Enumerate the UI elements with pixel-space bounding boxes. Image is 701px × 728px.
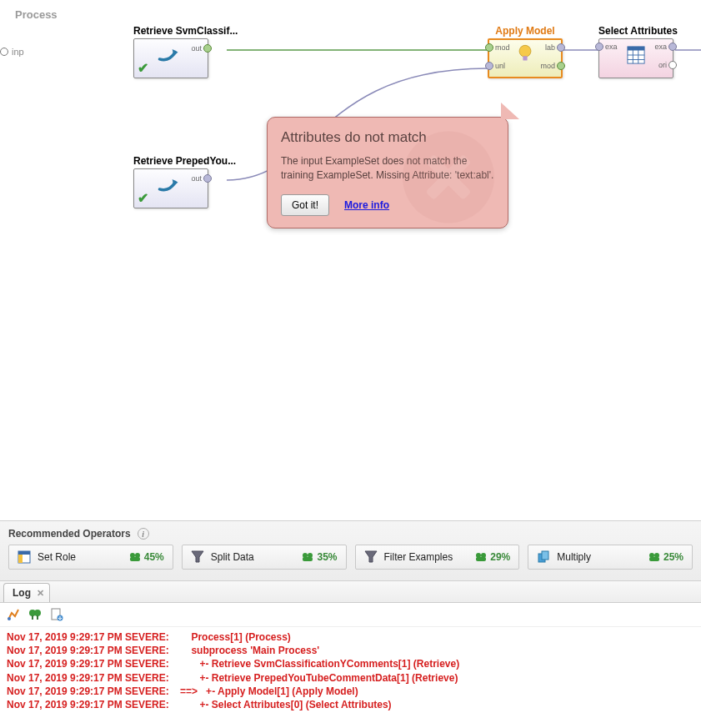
log-line: Nov 17, 2019 9:29:17 PM SEVERE: ==> +- A…	[7, 685, 694, 698]
svg-rect-19	[476, 557, 486, 561]
port-exa-out[interactable]: exa	[653, 43, 677, 51]
log-toolbar	[0, 603, 701, 627]
port-mod-out[interactable]: mod	[538, 62, 565, 70]
port-out[interactable]: out	[189, 44, 212, 53]
community-icon	[475, 552, 487, 562]
process-input-port[interactable]: inp	[0, 47, 24, 57]
svg-rect-1	[523, 56, 527, 60]
rec-label: Set Role	[38, 551, 76, 563]
operator-apply-model[interactable]: Apply Model mod unl lab mod	[488, 25, 563, 78]
operator-body[interactable]: mod unl lab mod	[488, 38, 563, 78]
port-unl-in[interactable]: unl	[485, 62, 507, 70]
community-icon	[302, 552, 313, 562]
operator-title: Apply Model	[488, 25, 563, 37]
error-popup: Attributes do not match The input Exampl…	[267, 117, 508, 228]
rec-pct: 29%	[490, 551, 510, 563]
save-log-icon[interactable]	[50, 608, 63, 621]
log-line: Nov 17, 2019 9:29:17 PM SEVERE: Process[…	[7, 630, 694, 644]
filter-icon	[364, 550, 378, 564]
operator-body[interactable]: ✔ out	[133, 168, 208, 208]
svg-rect-21	[542, 551, 548, 560]
rec-label: Filter Examples	[384, 551, 453, 563]
bulb-icon	[516, 44, 534, 68]
rec-pct: 45%	[144, 551, 164, 563]
log-entries: Nov 17, 2019 9:29:17 PM SEVERE: Process[…	[0, 627, 701, 718]
rec-label: Split Data	[211, 551, 254, 563]
table-icon	[627, 46, 645, 67]
retrieve-icon	[157, 45, 185, 68]
operator-body[interactable]: exa exa ori	[598, 38, 673, 78]
log-tab[interactable]: Log ✕	[3, 583, 50, 602]
log-line: Nov 17, 2019 9:29:17 PM SEVERE: +- Retri…	[7, 671, 694, 685]
port-ori-out[interactable]: ori	[657, 61, 677, 69]
recommended-set-role[interactable]: Set Role 45%	[8, 545, 173, 570]
rec-pct: 35%	[317, 551, 337, 563]
operator-title: Retrieve PrepedYou...	[133, 155, 236, 167]
svg-point-25	[8, 617, 11, 620]
recommended-panel: Recommended Operators i Set Role 45% Spl…	[0, 520, 701, 580]
search-log-icon[interactable]	[28, 608, 42, 621]
svg-rect-24	[649, 557, 659, 561]
retrieve-icon	[157, 175, 185, 198]
recommended-filter-examples[interactable]: Filter Examples 29%	[355, 545, 520, 570]
log-line: Nov 17, 2019 9:29:17 PM SEVERE: +- Retri…	[7, 657, 694, 670]
status-ok-icon: ✔	[138, 60, 148, 76]
svg-rect-28	[32, 615, 33, 620]
info-icon[interactable]: i	[138, 528, 149, 540]
svg-rect-16	[303, 557, 313, 561]
error-x-icon	[403, 131, 494, 223]
log-line: Nov 17, 2019 9:29:17 PM SEVERE: +- Selec…	[7, 698, 694, 711]
port-out[interactable]: out	[189, 174, 212, 183]
operator-select-attributes[interactable]: Select Attributes exa exa ori	[598, 25, 678, 78]
operator-retrieve-preped[interactable]: Retrieve PrepedYou... ✔ out	[133, 155, 236, 208]
filter-icon	[191, 550, 204, 564]
close-icon[interactable]: ✕	[37, 588, 44, 599]
setrole-icon	[18, 550, 31, 564]
community-icon	[648, 552, 660, 562]
multiply-icon	[537, 550, 550, 564]
recommended-list: Set Role 45% Split Data 35%	[8, 545, 693, 570]
more-info-link[interactable]: More info	[344, 199, 389, 211]
log-tab-bar: Log ✕	[0, 581, 701, 603]
operator-retrieve-svm[interactable]: Retrieve SvmClassif... ✔ out	[133, 25, 238, 78]
port-exa-in[interactable]: exa	[595, 43, 619, 51]
operator-title: Select Attributes	[598, 25, 678, 37]
svg-point-0	[519, 45, 531, 57]
svg-rect-29	[37, 615, 38, 620]
log-tab-label: Log	[13, 587, 31, 599]
operator-body[interactable]: ✔ out	[133, 38, 208, 78]
port-dot	[0, 48, 8, 56]
port-lab-out[interactable]: lab	[543, 43, 565, 52]
svg-rect-3	[628, 47, 644, 51]
svg-rect-9	[18, 551, 30, 555]
community-icon	[129, 552, 141, 562]
clear-log-icon[interactable]	[7, 608, 20, 621]
recommended-multiply[interactable]: Multiply 25%	[528, 545, 693, 570]
operator-title: Retrieve SvmClassif...	[133, 25, 238, 37]
port-label: inp	[12, 47, 24, 57]
recommended-split-data[interactable]: Split Data 35%	[182, 545, 347, 570]
svg-rect-10	[18, 555, 23, 563]
recommended-heading: Recommended Operators	[8, 528, 131, 540]
svg-rect-13	[130, 557, 140, 561]
svg-point-27	[34, 610, 41, 616]
log-line: Nov 17, 2019 9:29:17 PM SEVERE: subproce…	[7, 644, 694, 657]
process-canvas[interactable]: Process inp Retrieve SvmClassif... ✔ out	[0, 0, 701, 520]
port-mod-in[interactable]: mod	[485, 43, 512, 52]
rec-label: Multiply	[557, 551, 591, 563]
rec-pct: 25%	[663, 551, 683, 563]
process-title: Process	[15, 8, 58, 21]
status-ok-icon: ✔	[138, 190, 148, 206]
gotit-button[interactable]: Got it!	[281, 194, 329, 216]
log-panel: Log ✕ Nov 17, 2019 9:29:17 PM SEVERE: Pr…	[0, 580, 701, 718]
connections	[0, 0, 701, 520]
